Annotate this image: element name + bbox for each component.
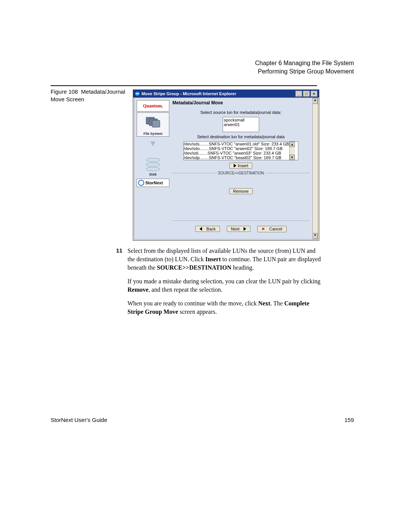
chapter-line: Chapter 6 Managing the File System bbox=[255, 59, 354, 67]
source-lun-list[interactable]: spocksmall arwen01 bbox=[223, 117, 259, 132]
panel-title: Metadata/Journal Move bbox=[172, 100, 309, 105]
stornext-brand: StorNext bbox=[137, 179, 169, 187]
disk-icon bbox=[146, 158, 160, 171]
cancel-label: Cancel bbox=[269, 227, 282, 231]
close-button[interactable]: × bbox=[311, 91, 317, 97]
next-label: Next bbox=[231, 227, 240, 231]
outer-scrollbar[interactable]: ▲▼ bbox=[312, 97, 318, 240]
filesystem-tile: File System bbox=[137, 112, 169, 137]
page-header: Chapter 6 Managing the File System Perfo… bbox=[255, 59, 354, 75]
back-arrow-icon bbox=[199, 227, 202, 231]
back-label: Back bbox=[206, 227, 215, 231]
disk-label: Disk bbox=[149, 173, 156, 177]
cancel-x-icon: ✕ bbox=[261, 227, 265, 232]
scroll-down-icon[interactable]: ▼ bbox=[312, 233, 318, 239]
figure-number: Figure 108 bbox=[51, 88, 78, 95]
window-title: Move Stripe Group - Microsoft Internet E… bbox=[142, 91, 236, 96]
browser-window: Move Stripe Group - Microsoft Internet E… bbox=[133, 89, 319, 241]
window-titlebar[interactable]: Move Stripe Group - Microsoft Internet E… bbox=[133, 90, 319, 97]
source-dest-divider: SOURCE>>DESTINATION bbox=[172, 171, 309, 175]
stornext-label: StorNext bbox=[145, 181, 163, 185]
quantum-logo: Quantum. bbox=[137, 100, 169, 112]
insert-label: Insert bbox=[238, 163, 249, 168]
next-button[interactable]: Next bbox=[227, 226, 251, 232]
remove-button[interactable]: Remove bbox=[229, 188, 253, 194]
list-scrollbar[interactable]: ▲▼ bbox=[289, 142, 295, 160]
folders-icon bbox=[145, 115, 161, 129]
scroll-up-icon[interactable]: ▲ bbox=[290, 142, 295, 147]
back-button[interactable]: Back bbox=[195, 226, 220, 232]
source-label: Select source lun for metadata/journal d… bbox=[172, 110, 309, 115]
list-item[interactable]: /dev/sdo........SNFS-VTOC "arwen02" Size… bbox=[184, 146, 289, 151]
maximize-button[interactable]: □ bbox=[303, 91, 310, 97]
flow-arrow-icon: ▼ bbox=[137, 137, 169, 150]
list-item[interactable]: spocksmall bbox=[224, 118, 258, 122]
figure-caption: Figure 108 Metadata/Journal Move Screen bbox=[51, 88, 127, 104]
list-item[interactable]: /dev/sdp........SNFS-VTOC "beast02" Size… bbox=[184, 155, 289, 160]
instruction-step: 11 Select from the displayed lists of av… bbox=[127, 247, 322, 316]
cancel-button[interactable]: ✕ Cancel bbox=[257, 226, 286, 232]
stornext-icon bbox=[138, 180, 144, 186]
dest-label: Select destination lun for metadata/jour… bbox=[172, 134, 309, 139]
scroll-up-icon[interactable]: ▲ bbox=[312, 98, 318, 104]
section-line: Performing Stripe Group Movement bbox=[255, 67, 354, 76]
next-arrow-icon bbox=[244, 227, 246, 231]
filesystem-label: File System bbox=[143, 132, 162, 136]
list-item[interactable]: /dev/sds........SNFS-VTOC "arwen01.old" … bbox=[184, 142, 289, 146]
disk-tile: Disk bbox=[137, 150, 169, 177]
footer-doc-title: StorNext User's Guide bbox=[51, 417, 107, 423]
ie-icon bbox=[135, 91, 140, 96]
insert-button[interactable]: Insert bbox=[229, 163, 253, 169]
wizard-nav: Back Next ✕ Cancel bbox=[172, 220, 309, 237]
svg-rect-3 bbox=[152, 120, 160, 127]
minimize-button[interactable]: _ bbox=[295, 91, 302, 97]
list-item[interactable]: arwen01 bbox=[224, 122, 258, 127]
step-number: 11 bbox=[116, 247, 123, 255]
figure-rule bbox=[51, 85, 317, 86]
dest-lun-list[interactable]: /dev/sds........SNFS-VTOC "arwen01.old" … bbox=[184, 142, 289, 160]
footer-page-number: 159 bbox=[344, 417, 354, 423]
sd-text: SOURCE>>DESTINATION bbox=[217, 171, 266, 175]
list-item[interactable]: /dev/sdi........SNFS-VTOC "arwen03" Size… bbox=[184, 151, 289, 155]
insert-arrow-icon bbox=[234, 164, 236, 168]
scroll-down-icon[interactable]: ▼ bbox=[290, 155, 295, 160]
